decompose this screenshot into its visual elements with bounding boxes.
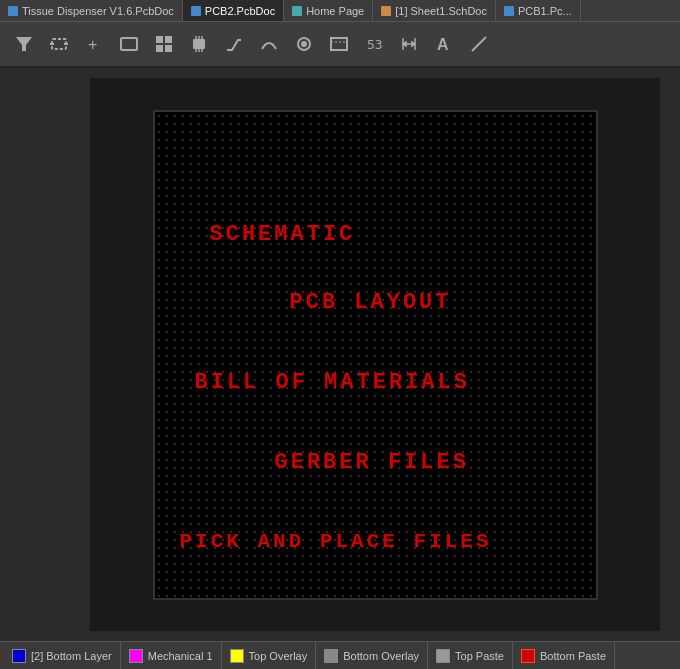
dimension-tool[interactable] — [393, 28, 425, 60]
layer-color-top-overlay — [230, 649, 244, 663]
pcblayout-text: PCB LAYOUT — [290, 290, 452, 315]
tab-home[interactable]: Home Page — [284, 0, 373, 21]
tab-sheet1[interactable]: [1] Sheet1.SchDoc — [373, 0, 496, 21]
svg-rect-5 — [121, 38, 137, 50]
layer-mechanical[interactable]: Mechanical 1 — [121, 642, 222, 669]
tab-icon-home — [292, 6, 302, 16]
svg-rect-7 — [165, 36, 172, 43]
line-tool[interactable] — [463, 28, 495, 60]
tab-pcb2[interactable]: PCB2.PcbDoc — [183, 0, 284, 21]
tab-bar: Tissue Dispenser V1.6.PcbDoc PCB2.PcbDoc… — [0, 0, 680, 22]
layer-bottom-overlay[interactable]: Bottom Overlay — [316, 642, 428, 669]
select-tool[interactable] — [43, 28, 75, 60]
tab-icon-tissue — [8, 6, 18, 16]
add-tool[interactable]: + — [78, 28, 110, 60]
tab-label-pcb1: PCB1.Pc... — [518, 5, 572, 17]
rectangle-tool[interactable] — [113, 28, 145, 60]
component-tool[interactable] — [183, 28, 215, 60]
tab-label-tissue: Tissue Dispenser V1.6.PcbDoc — [22, 5, 174, 17]
layer-bottom[interactable]: [2] Bottom Layer — [4, 642, 121, 669]
chart-tool[interactable] — [148, 28, 180, 60]
pcb-canvas[interactable]: SCHEMATIC PCB LAYOUT BILL OF MATERIALS G… — [90, 78, 660, 631]
svg-line-28 — [472, 37, 486, 51]
svg-text:A: A — [437, 36, 449, 53]
svg-marker-0 — [16, 37, 32, 51]
svg-rect-8 — [156, 45, 163, 52]
svg-text:53: 53 — [367, 37, 383, 52]
layer-label-mechanical: Mechanical 1 — [148, 650, 213, 662]
tab-label-pcb2: PCB2.PcbDoc — [205, 5, 275, 17]
gerber-text: GERBER FILES — [275, 450, 469, 475]
layer-color-bottom — [12, 649, 26, 663]
svg-rect-19 — [331, 38, 347, 50]
layer-top-overlay[interactable]: Top Overlay — [222, 642, 317, 669]
layer-label-bottom-overlay: Bottom Overlay — [343, 650, 419, 662]
fill-tool[interactable]: 53 — [358, 28, 390, 60]
tab-icon-pcb2 — [191, 6, 201, 16]
layer-color-bottom-paste — [521, 649, 535, 663]
layer-label-bottom-paste: Bottom Paste — [540, 650, 606, 662]
polygon-tool[interactable] — [323, 28, 355, 60]
route-tool[interactable] — [218, 28, 250, 60]
status-bar: [2] Bottom Layer Mechanical 1 Top Overla… — [0, 641, 680, 669]
text-tool[interactable]: A — [428, 28, 460, 60]
layer-color-bottom-overlay — [324, 649, 338, 663]
schematic-text: SCHEMATIC — [210, 222, 356, 247]
filter-tool[interactable] — [8, 28, 40, 60]
bom-text: BILL OF MATERIALS — [195, 370, 470, 395]
canvas-inner: SCHEMATIC PCB LAYOUT BILL OF MATERIALS G… — [153, 110, 598, 600]
tab-icon-pcb1 — [504, 6, 514, 16]
pickplace-text: PICK AND PLACE FILES — [180, 530, 492, 553]
layer-label-top-paste: Top Paste — [455, 650, 504, 662]
layer-color-top-paste — [436, 649, 450, 663]
svg-text:+: + — [88, 36, 97, 53]
tab-label-sheet1: [1] Sheet1.SchDoc — [395, 5, 487, 17]
svg-rect-10 — [193, 39, 205, 49]
layer-top-paste[interactable]: Top Paste — [428, 642, 513, 669]
svg-rect-9 — [165, 45, 172, 52]
svg-point-18 — [302, 42, 306, 46]
toolbar: + — [0, 22, 680, 68]
tab-label-home: Home Page — [306, 5, 364, 17]
main-area: SCHEMATIC PCB LAYOUT BILL OF MATERIALS G… — [0, 68, 680, 641]
layer-bottom-paste[interactable]: Bottom Paste — [513, 642, 615, 669]
tab-pcb1[interactable]: PCB1.Pc... — [496, 0, 581, 21]
tab-icon-sheet1 — [381, 6, 391, 16]
left-gutter — [0, 68, 90, 641]
right-gutter — [660, 68, 680, 641]
arc-tool[interactable] — [253, 28, 285, 60]
via-tool[interactable] — [288, 28, 320, 60]
layer-label-bottom: [2] Bottom Layer — [31, 650, 112, 662]
tab-tissue[interactable]: Tissue Dispenser V1.6.PcbDoc — [0, 0, 183, 21]
svg-rect-1 — [52, 39, 66, 49]
svg-rect-6 — [156, 36, 163, 43]
layer-label-top-overlay: Top Overlay — [249, 650, 308, 662]
layer-color-mechanical — [129, 649, 143, 663]
